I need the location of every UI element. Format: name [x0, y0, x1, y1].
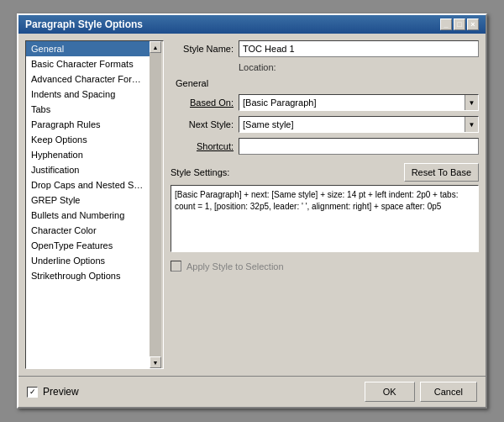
sidebar-item-underline[interactable]: Underline Options	[26, 253, 150, 268]
ok-button[interactable]: OK	[365, 382, 415, 402]
based-on-label: Based On:	[171, 98, 234, 108]
title-bar-controls: _ □ ×	[440, 18, 479, 30]
based-on-row: Based On: [Basic Paragraph] ▼	[171, 94, 479, 111]
next-style-label: Next Style:	[171, 119, 234, 129]
preview-label: Preview	[43, 386, 79, 398]
sidebar: General Basic Character Formats Advanced…	[25, 40, 164, 369]
sidebar-item-char-color[interactable]: Character Color	[26, 223, 150, 238]
sidebar-item-basic-char[interactable]: Basic Character Formats	[26, 56, 150, 71]
scroll-down-button[interactable]: ▼	[150, 356, 161, 368]
sidebar-item-general[interactable]: General	[26, 41, 150, 56]
style-settings-text: [Basic Paragraph] + next: [Same style] +…	[171, 185, 479, 252]
sidebar-item-hyphenation[interactable]: Hyphenation	[26, 147, 150, 162]
sidebar-item-advanced-char[interactable]: Advanced Character Formats	[26, 71, 150, 87]
sidebar-item-keep-options[interactable]: Keep Options	[26, 132, 150, 147]
style-settings-label: Style Settings:	[171, 167, 229, 177]
based-on-arrow-icon: ▼	[465, 95, 478, 110]
sidebar-item-paragraph-rules[interactable]: Paragraph Rules	[26, 117, 150, 132]
sidebar-list: General Basic Character Formats Advanced…	[26, 41, 150, 368]
paragraph-style-dialog: Paragraph Style Options _ □ × General Ba…	[17, 13, 487, 409]
style-settings-section: Style Settings: Reset To Base [Basic Par…	[171, 163, 479, 252]
style-name-row: Style Name:	[171, 40, 479, 57]
reset-to-base-button[interactable]: Reset To Base	[404, 163, 479, 182]
style-name-label: Style Name:	[171, 44, 234, 54]
next-style-row: Next Style: [Same style] ▼	[171, 116, 479, 133]
dialog-content: General Basic Character Formats Advanced…	[18, 34, 486, 376]
location-label: Location:	[239, 62, 276, 72]
sidebar-item-opentype[interactable]: OpenType Features	[26, 238, 150, 253]
footer-buttons: OK Cancel	[365, 382, 477, 402]
cancel-button[interactable]: Cancel	[420, 382, 477, 402]
sidebar-item-drop-caps[interactable]: Drop Caps and Nested Styles	[26, 177, 150, 193]
shortcut-input[interactable]	[239, 138, 479, 155]
sidebar-item-grep[interactable]: GREP Style	[26, 193, 150, 208]
dialog-footer: ✓ Preview OK Cancel	[18, 376, 486, 407]
next-style-select[interactable]: [Same style] ▼	[239, 116, 479, 133]
apply-style-row: Apply Style to Selection	[171, 261, 479, 272]
based-on-select[interactable]: [Basic Paragraph] ▼	[239, 94, 479, 111]
sidebar-item-indents[interactable]: Indents and Spacing	[26, 87, 150, 102]
based-on-value: [Basic Paragraph]	[239, 95, 465, 110]
title-bar: Paragraph Style Options _ □ ×	[18, 15, 486, 34]
general-section-label: General	[176, 77, 479, 89]
shortcut-label: Shortcut:	[171, 141, 234, 151]
apply-style-label: Apply Style to Selection	[186, 261, 284, 272]
apply-style-checkbox[interactable]	[171, 261, 181, 272]
shortcut-row: Shortcut:	[171, 138, 479, 155]
preview-row: ✓ Preview	[27, 386, 79, 398]
sidebar-item-strikethrough[interactable]: Strikethrough Options	[26, 268, 150, 283]
style-name-input[interactable]	[239, 40, 479, 57]
minimize-button[interactable]: _	[440, 18, 452, 30]
close-button[interactable]: ×	[467, 18, 479, 30]
scroll-track[interactable]	[150, 53, 161, 356]
maximize-button[interactable]: □	[454, 18, 465, 30]
main-panel: Style Name: Location: General Based On: …	[171, 40, 479, 369]
scroll-up-button[interactable]: ▲	[150, 41, 161, 53]
sidebar-item-justification[interactable]: Justification	[26, 162, 150, 177]
preview-checkbox[interactable]: ✓	[27, 387, 38, 398]
next-style-value: [Same style]	[239, 117, 465, 132]
sidebar-item-tabs[interactable]: Tabs	[26, 102, 150, 117]
sidebar-item-bullets[interactable]: Bullets and Numbering	[26, 208, 150, 223]
dialog-title: Paragraph Style Options	[25, 18, 143, 30]
next-style-arrow-icon: ▼	[465, 117, 478, 132]
sidebar-scrollbar: ▲ ▼	[150, 41, 163, 368]
style-settings-header: Style Settings: Reset To Base	[171, 163, 479, 182]
location-row: Location:	[239, 62, 479, 72]
